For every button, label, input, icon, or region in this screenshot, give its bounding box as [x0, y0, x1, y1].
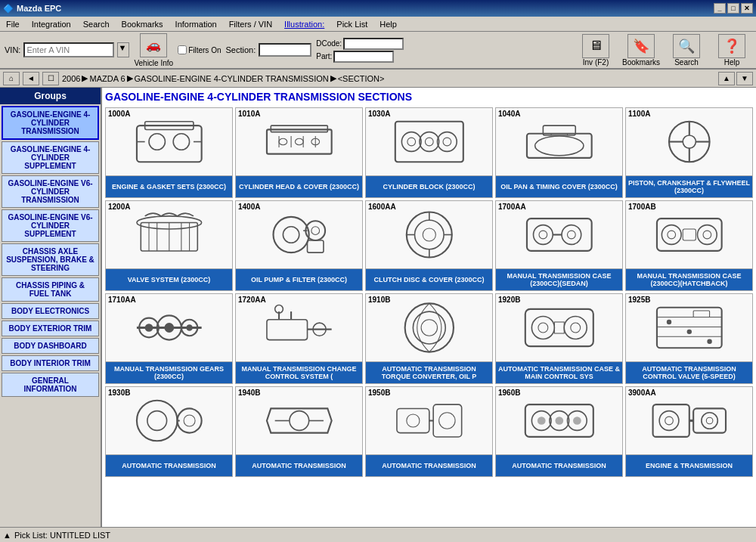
part-card-1720AA[interactable]: 1720AA MANUAL TRANSMISSION CHANGE CONTRO… — [235, 293, 363, 384]
home-button[interactable]: ⌂ — [3, 72, 20, 85]
svg-rect-72 — [267, 320, 308, 340]
sidebar-item-general-info[interactable]: GENERAL INFORMATION — [2, 373, 99, 397]
sidebar-item-body-dashboard[interactable]: BODY DASHBOARD — [2, 338, 99, 354]
part-card-1400A[interactable]: 1400A OIL PUMP & FILTER (2300CC) — [235, 200, 363, 291]
help-button[interactable]: ❓ Help — [712, 34, 751, 67]
part-card-1920B[interactable]: 1920B AUTOMATIC TRANSMISSION CASE & MAIN… — [495, 293, 623, 384]
part-label-1700AA: MANUAL TRANSMISSION CASE (2300CC)(SEDAN) — [496, 269, 622, 290]
svg-point-17 — [420, 132, 439, 152]
part-svg-1000A — [119, 113, 220, 170]
sidebar-item-body-exterior[interactable]: BODY EXTERIOR TRIM — [2, 321, 99, 336]
part-card-1010A[interactable]: 1010A CYLINDER HEAD & COVER (2300CC) — [235, 107, 363, 198]
part-card-1960B[interactable]: 1960B AUTOMATIC TRANSMISSION — [495, 386, 623, 477]
menu-integration[interactable]: Integration — [29, 19, 74, 29]
part-image-1010A: 1010A — [236, 108, 362, 176]
svg-point-56 — [539, 231, 547, 239]
search-label: Search — [674, 58, 699, 67]
svg-point-63 — [703, 231, 711, 239]
vin-section: VIN: ▼ — [5, 42, 129, 57]
checkbox-nav[interactable]: ☐ — [42, 72, 59, 85]
menu-search[interactable]: Search — [80, 19, 113, 29]
app-title: Mazda EPC — [17, 4, 61, 13]
svg-point-97 — [177, 408, 201, 432]
part-card-1030A[interactable]: 1030A CYLINDER BLOCK (2300CC) — [365, 107, 493, 198]
sidebar-item-engine4-supplement[interactable]: GASOLINE-ENGINE 4-CYLINDER SUPPLEMENT — [2, 141, 99, 174]
toolbar-buttons: 🖥 Inv (F2) 🔖 Bookmarks 🔍 Search ❓ Help — [576, 34, 751, 67]
title-bar-buttons: _ □ ✕ — [714, 3, 753, 14]
sidebar-item-v6-transmission[interactable]: GASOLINE-ENGINE V6-CYLINDER TRANSMISSION — [2, 175, 99, 208]
part-id-1960B: 1960B — [498, 389, 520, 397]
svg-point-93 — [707, 339, 711, 344]
svg-point-57 — [567, 231, 575, 239]
part-card-1925B[interactable]: 1925B AUTOMATIC TRANSMISSION CONTROL VAL… — [625, 293, 753, 384]
breadcrumb-group[interactable]: GASOLINE-ENGINE 4-CYLINDER TRANSMISSION — [135, 74, 329, 83]
sidebar-item-engine4-transmission[interactable]: GASOLINE-ENGINE 4-CYLINDER TRANSMISSION — [2, 106, 99, 140]
svg-point-92 — [686, 330, 691, 334]
part-card-1710AA[interactable]: 1710AA MANUAL TRANSMISSION GEARS (2300CC… — [105, 293, 233, 384]
close-button[interactable]: ✕ — [741, 3, 753, 14]
menu-illustration[interactable]: Illustration: — [281, 19, 327, 29]
section-input[interactable] — [259, 43, 311, 57]
part-image-3900AA: 3900AA — [626, 387, 752, 455]
part-card-1200A[interactable]: 1200A VALVE SYSTEM (2300CC) — [105, 200, 233, 291]
sidebar-item-body-interior[interactable]: BODY INTERIOR TRIM — [2, 355, 99, 371]
menu-bar: File Integration Search Bookmarks Inform… — [0, 17, 756, 32]
bookmarks-button[interactable]: 🔖 Bookmarks — [621, 34, 661, 67]
part-svg-1700AB — [639, 206, 740, 263]
sidebar-item-chassis-piping[interactable]: CHASSIS PIPING & FUEL TANK — [2, 277, 99, 302]
part-card-1600AA[interactable]: 1600AA CLUTCH DISC & COVER (2300CC) — [365, 200, 493, 291]
menu-bookmarks[interactable]: Bookmarks — [119, 19, 166, 29]
part-card-1940B[interactable]: 1940B AUTOMATIC TRANSMISSION — [235, 386, 363, 477]
part-svg-1940B — [249, 392, 350, 449]
part-card-3900AA[interactable]: 3900AA ENGINE & TRANSMISSION — [625, 386, 753, 477]
menu-pick-list[interactable]: Pick List — [333, 19, 370, 29]
menu-filters-vin[interactable]: Filters / VIN — [226, 19, 275, 29]
part-input[interactable] — [333, 51, 394, 63]
inv-button[interactable]: 🖥 Inv (F2) — [576, 34, 615, 67]
part-card-1040A[interactable]: 1040A OIL PAN & TIMING COVER (2300CC) — [495, 107, 623, 198]
vin-label: VIN: — [5, 45, 20, 54]
part-id-1700AA: 1700AA — [498, 203, 526, 211]
parts-grid: 1000A ENGINE & GASKET SETS (2300CC) 1010… — [105, 107, 753, 477]
part-label-1940B: AUTOMATIC TRANSMISSION — [236, 455, 362, 476]
breadcrumb-year[interactable]: 2006 — [62, 74, 80, 83]
part-svg-1600AA — [379, 206, 480, 263]
menu-help[interactable]: Help — [376, 19, 400, 29]
svg-point-120 — [665, 417, 673, 425]
nav-down-button[interactable]: ▼ — [736, 72, 753, 85]
minimize-button[interactable]: _ — [714, 3, 726, 14]
svg-rect-86 — [554, 322, 564, 333]
section-label: Section: — [225, 45, 256, 54]
sidebar-item-v6-supplement[interactable]: GASOLINE-ENGINE V6-CYLINDER SUPPLEMENT — [2, 209, 99, 242]
search-button[interactable]: 🔍 Search — [667, 34, 706, 67]
part-card-1700AB[interactable]: 1700AB MANUAL TRANSMISSION CASE (2300CC)… — [625, 200, 753, 291]
svg-point-41 — [283, 227, 299, 243]
part-card-1700AA[interactable]: 1700AA MANUAL TRANSMISSION CASE (2300CC)… — [495, 200, 623, 291]
part-card-1000A[interactable]: 1000A ENGINE & GASKET SETS (2300CC) — [105, 107, 233, 198]
maximize-button[interactable]: □ — [727, 3, 739, 14]
breadcrumb-make[interactable]: MAZDA 6 — [89, 74, 125, 83]
svg-point-18 — [437, 132, 457, 152]
menu-file[interactable]: File — [3, 19, 23, 29]
svg-rect-103 — [397, 408, 429, 432]
svg-rect-59 — [657, 218, 722, 251]
part-card-1950B[interactable]: 1950B AUTOMATIC TRANSMISSION — [365, 386, 493, 477]
part-id-1100A: 1100A — [628, 110, 650, 118]
back-button[interactable]: ◄ — [23, 72, 39, 85]
dcode-input[interactable] — [343, 38, 404, 50]
vin-dropdown-button[interactable]: ▼ — [117, 42, 129, 57]
part-card-1930B[interactable]: 1930B AUTOMATIC TRANSMISSION — [105, 386, 233, 477]
part-svg-1930B — [119, 392, 220, 449]
svg-point-12 — [279, 138, 287, 145]
menu-information[interactable]: Information — [172, 19, 220, 29]
nav-up-button[interactable]: ▲ — [718, 72, 735, 85]
sidebar-item-chassis-axle[interactable]: CHASSIS AXLE SUSPENSION, BRAKE & STEERIN… — [2, 243, 99, 276]
breadcrumb-section[interactable]: <SECTION> — [338, 74, 385, 83]
sidebar-item-body-electronics[interactable]: BODY ELECTRONICS — [2, 303, 99, 319]
filters-checkbox[interactable] — [178, 45, 187, 54]
filters-label: Filters On — [188, 46, 221, 54]
vin-input[interactable] — [23, 42, 114, 57]
part-card-1910B[interactable]: 1910B AUTOMATIC TRANSMISSION TORQUE CONV… — [365, 293, 493, 384]
part-card-1100A[interactable]: 1100A PISTON, CRANKSHAFT & FLYWHEEL (230… — [625, 107, 753, 198]
part-image-1940B: 1940B — [236, 387, 362, 455]
